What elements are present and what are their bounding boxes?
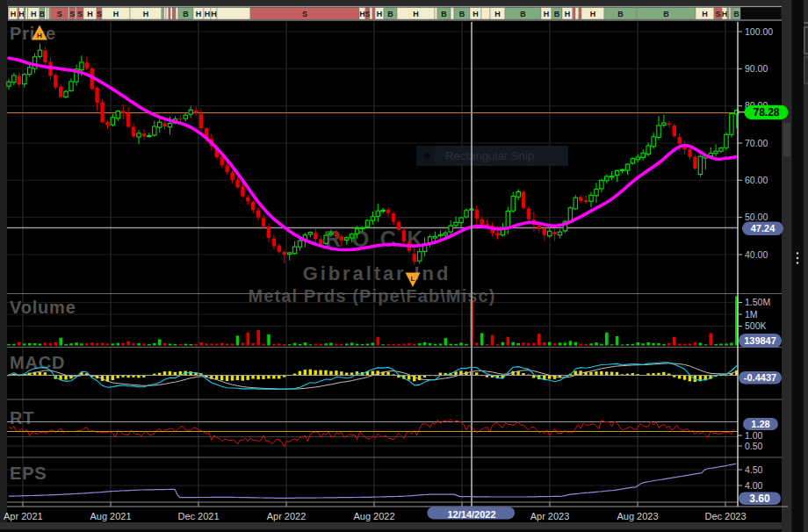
svg-text:40.00: 40.00 — [745, 249, 768, 260]
svg-text:H: H — [113, 10, 119, 18]
svg-text:4.50: 4.50 — [745, 464, 763, 475]
svg-text:0.50: 0.50 — [745, 441, 763, 451]
svg-text:Aug 2021: Aug 2021 — [90, 511, 131, 521]
svg-text:H: H — [87, 10, 93, 18]
svg-text:1M: 1M — [745, 309, 758, 320]
svg-text:47.24: 47.24 — [751, 223, 776, 234]
svg-text:H: H — [494, 10, 501, 18]
svg-text:Dec 2023: Dec 2023 — [704, 511, 746, 521]
svg-text:Gibraltar Ind: Gibraltar Ind — [303, 262, 451, 284]
svg-text:S: S — [69, 10, 75, 18]
svg-text:B: B — [387, 10, 393, 18]
svg-text:H: H — [11, 10, 17, 18]
svg-text:78.28: 78.28 — [753, 106, 779, 119]
svg-text:Apr 2023: Apr 2023 — [530, 511, 570, 521]
svg-text:Aug 2022: Aug 2022 — [353, 511, 394, 521]
svg-text:H: H — [413, 10, 419, 18]
svg-text:12/14/2022: 12/14/2022 — [447, 509, 495, 520]
svg-text:S: S — [364, 10, 370, 18]
svg-text:1.00: 1.00 — [745, 430, 763, 441]
svg-text:H: H — [205, 10, 211, 18]
svg-text:Price: Price — [10, 24, 56, 43]
svg-text:H: H — [31, 10, 37, 18]
svg-text:Metal Prds (Pipe\Fab\Misc): Metal Prds (Pipe\Fab\Misc) — [249, 286, 496, 306]
svg-text:MACD: MACD — [10, 353, 65, 372]
svg-text:H: H — [565, 10, 571, 18]
svg-text:3.60: 3.60 — [749, 492, 770, 505]
svg-text:H: H — [143, 10, 149, 18]
svg-text:100.00: 100.00 — [745, 26, 773, 37]
svg-text:H: H — [18, 10, 25, 18]
svg-text:B: B — [459, 10, 465, 18]
svg-text:Dec 2021: Dec 2021 — [177, 511, 219, 521]
svg-text:4.00: 4.00 — [745, 480, 763, 491]
svg-text:S: S — [715, 10, 720, 18]
svg-text:RT: RT — [10, 408, 34, 428]
svg-text:H: H — [544, 10, 550, 18]
svg-text:B: B — [183, 10, 189, 18]
svg-text:H: H — [196, 10, 202, 18]
svg-text:B: B — [554, 10, 560, 18]
svg-text:EPS: EPS — [10, 464, 47, 483]
svg-text:1.28: 1.28 — [751, 419, 769, 429]
svg-text:-0.4437: -0.4437 — [744, 372, 776, 383]
svg-text:50.00: 50.00 — [745, 212, 768, 222]
svg-text:H: H — [377, 10, 383, 18]
svg-text:S: S — [302, 10, 307, 18]
svg-text:Volume: Volume — [10, 298, 76, 317]
svg-text:H: H — [473, 10, 479, 18]
svg-text:S: S — [77, 10, 83, 18]
svg-text:B: B — [617, 10, 624, 18]
svg-text:H: H — [702, 10, 708, 18]
svg-text:1.50M: 1.50M — [745, 297, 770, 307]
svg-text:Apr 2022: Apr 2022 — [267, 511, 307, 521]
svg-text:70.00: 70.00 — [745, 138, 768, 148]
svg-text:Apr 2021: Apr 2021 — [4, 511, 43, 521]
svg-text:Aug 2023: Aug 2023 — [617, 511, 658, 521]
svg-text:60.00: 60.00 — [745, 175, 768, 185]
svg-text:S: S — [57, 10, 62, 18]
svg-text:H: H — [211, 10, 217, 18]
svg-text:B: B — [40, 10, 46, 18]
svg-text:S: S — [97, 10, 102, 18]
svg-text:139847: 139847 — [744, 335, 776, 346]
svg-text:H: H — [590, 10, 596, 18]
svg-text:B: B — [663, 10, 669, 18]
svg-text:B: B — [441, 10, 447, 18]
svg-text:B: B — [733, 10, 739, 18]
svg-text:Rectangular Snip: Rectangular Snip — [445, 149, 534, 162]
svg-text:B: B — [520, 10, 526, 18]
svg-text:500K: 500K — [745, 320, 767, 331]
svg-text:90.00: 90.00 — [745, 63, 768, 74]
svg-text:L: L — [411, 275, 415, 283]
svg-text:H: H — [722, 10, 728, 18]
svg-text:H: H — [37, 32, 42, 40]
